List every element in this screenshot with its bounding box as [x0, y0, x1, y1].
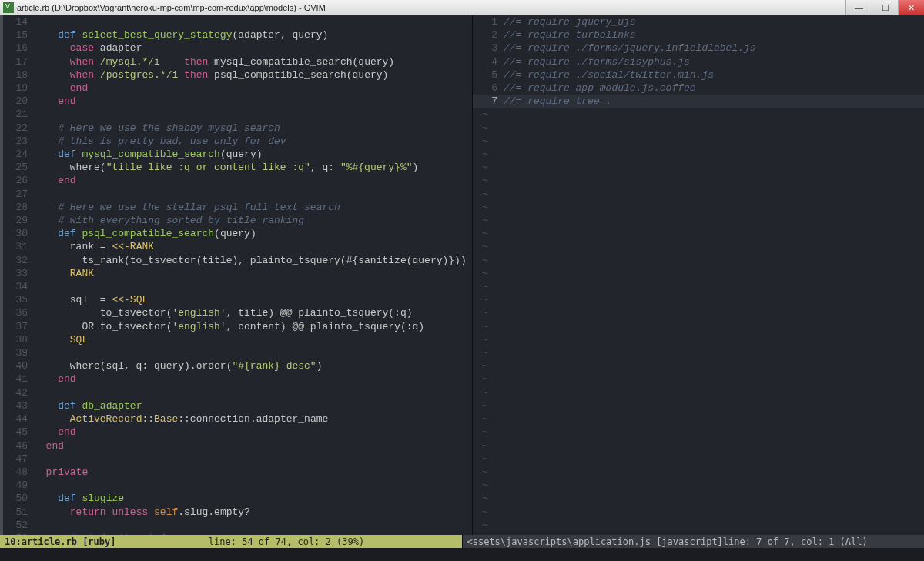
code-line[interactable]: 50 def slugize	[3, 492, 472, 505]
code-text: //= require jquery_ujs	[504, 15, 924, 28]
code-text	[34, 108, 472, 121]
code-line[interactable]: 49	[3, 479, 472, 492]
empty-line: ~	[473, 135, 924, 148]
line-number: 22	[3, 122, 34, 135]
code-line[interactable]: 14	[3, 15, 472, 28]
code-line[interactable]: 1//= require jquery_ujs	[473, 15, 924, 28]
empty-line: ~	[473, 466, 924, 479]
empty-line: ~	[473, 201, 924, 214]
line-number: 48	[3, 466, 34, 479]
empty-line: ~	[473, 267, 924, 280]
code-text	[34, 280, 472, 293]
code-line[interactable]: 25 where("title like :q or content like …	[3, 161, 472, 174]
code-text: where("title like :q or content like :q"…	[34, 161, 472, 174]
code-line[interactable]: 35 sql = <<-SQL	[3, 293, 472, 306]
minimize-button[interactable]: —	[845, 0, 872, 15]
line-number: 28	[3, 201, 34, 214]
empty-line: ~	[473, 227, 924, 240]
empty-line: ~	[473, 214, 924, 227]
code-line[interactable]: 19 end	[3, 82, 472, 95]
code-line[interactable]: 4//= require ./forms/sisyphus.js	[473, 55, 924, 68]
empty-line: ~	[473, 240, 924, 253]
code-line[interactable]: 17 when /mysql.*/i then mysql_compatible…	[3, 55, 472, 68]
code-line[interactable]: 28 # Here we use the stellar psql full t…	[3, 201, 472, 214]
code-line[interactable]: 36 to_tsvector('english', title) @@ plai…	[3, 306, 472, 319]
code-text: def select_best_query_stategy(adapter, q…	[34, 28, 472, 42]
code-line[interactable]: 7//= require_tree .	[473, 95, 924, 108]
code-line[interactable]: 29 # with everything sorted by title ran…	[3, 214, 472, 227]
code-line[interactable]: 38 SQL	[3, 333, 472, 346]
code-line[interactable]: 23 # this is pretty bad, use only for de…	[3, 135, 472, 148]
code-line[interactable]: 39	[3, 346, 472, 359]
line-number: 39	[3, 346, 34, 359]
window-titlebar: article.rb (D:\Dropbox\Vagrant\heroku-mp…	[0, 0, 924, 15]
code-line[interactable]: 27	[3, 188, 472, 201]
code-text	[34, 386, 472, 399]
code-line[interactable]: 34	[3, 280, 472, 293]
command-line[interactable]	[0, 548, 924, 561]
left-code-body[interactable]: 1415 def select_best_query_stategy(adapt…	[3, 15, 472, 535]
code-line[interactable]: 37 OR to_tsvector('english', content) @@…	[3, 320, 472, 333]
empty-line: ~	[473, 506, 924, 519]
code-text	[34, 188, 472, 201]
code-line[interactable]: 52	[3, 519, 472, 532]
code-line[interactable]: 32 ts_rank(to_tsvector(title), plainto_t…	[3, 254, 472, 267]
code-line[interactable]: 21	[3, 108, 472, 121]
line-number: 2	[473, 28, 504, 42]
code-line[interactable]: 46 end	[3, 439, 472, 452]
code-line[interactable]: 44 ActiveRecord::Base::connection.adapte…	[3, 412, 472, 426]
code-line[interactable]: 16 case adapter	[3, 42, 472, 55]
close-button[interactable]: ✕	[898, 0, 924, 15]
empty-line: ~	[473, 399, 924, 412]
code-text	[34, 346, 472, 359]
code-text: RANK	[34, 267, 472, 280]
code-line[interactable]: 24 def mysql_compatible_search(query)	[3, 148, 472, 161]
left-pane[interactable]: 1415 def select_best_query_stategy(adapt…	[3, 15, 473, 535]
line-number: 52	[3, 519, 34, 532]
code-line[interactable]: 42	[3, 386, 472, 399]
code-line[interactable]: 18 when /postgres.*/i then psql_compatib…	[3, 68, 472, 82]
empty-line: ~	[473, 519, 924, 532]
empty-line: ~	[473, 492, 924, 505]
empty-line: ~	[473, 386, 924, 399]
empty-line: ~	[473, 174, 924, 187]
code-line[interactable]: 20 end	[3, 95, 472, 108]
code-text: end	[34, 439, 472, 452]
status-right-text: <ssets\javascripts\application.js [javas…	[467, 536, 868, 547]
code-line[interactable]: 45 end	[3, 426, 472, 439]
line-number: 21	[3, 108, 34, 121]
code-line[interactable]: 15 def select_best_query_stategy(adapter…	[3, 28, 472, 42]
code-text	[34, 479, 472, 492]
code-line[interactable]: 2//= require turbolinks	[473, 28, 924, 42]
code-line[interactable]: 30 def psql_compatible_search(query)	[3, 227, 472, 240]
code-text: # this is pretty bad, use only for dev	[34, 135, 472, 148]
code-line[interactable]: 31 rank = <<-RANK	[3, 240, 472, 253]
code-line[interactable]: 40 where(sql, q: query).order("#{rank} d…	[3, 359, 472, 372]
code-line[interactable]: 47	[3, 452, 472, 466]
line-number: 46	[3, 439, 34, 452]
code-text: //= require ./social/twitter.min.js	[504, 68, 924, 82]
right-code-body[interactable]: 1//= require jquery_ujs2//= require turb…	[473, 15, 924, 535]
code-line[interactable]: 51 return unless self.slug.empty?	[3, 506, 472, 519]
empty-line: ~	[473, 452, 924, 466]
code-line[interactable]: 5//= require ./social/twitter.min.js	[473, 68, 924, 82]
code-line[interactable]: 41 end	[3, 372, 472, 386]
editor-area: 1415 def select_best_query_stategy(adapt…	[0, 15, 924, 535]
code-text: end	[34, 82, 472, 95]
code-line[interactable]: 33 RANK	[3, 267, 472, 280]
code-line[interactable]: 22 # Here we use the shabby mysql search	[3, 122, 472, 135]
code-text: def psql_compatible_search(query)	[34, 227, 472, 240]
empty-line: ~	[473, 254, 924, 267]
maximize-button[interactable]: ☐	[872, 0, 898, 15]
empty-line: ~	[473, 161, 924, 174]
code-line[interactable]: 43 def db_adapter	[3, 399, 472, 412]
code-line[interactable]: 26 end	[3, 174, 472, 187]
code-line[interactable]: 3//= require ./forms/jquery.infieldlabel…	[473, 42, 924, 55]
right-pane[interactable]: 1//= require jquery_ujs2//= require turb…	[473, 15, 924, 535]
code-text: ActiveRecord::Base::connection.adapter_n…	[34, 412, 472, 426]
code-line[interactable]: 6//= require app_module.js.coffee	[473, 82, 924, 95]
code-text: # Here we use the shabby mysql search	[34, 122, 472, 135]
line-number: 6	[473, 82, 504, 95]
code-line[interactable]: 48 private	[3, 466, 472, 479]
line-number: 16	[3, 42, 34, 55]
